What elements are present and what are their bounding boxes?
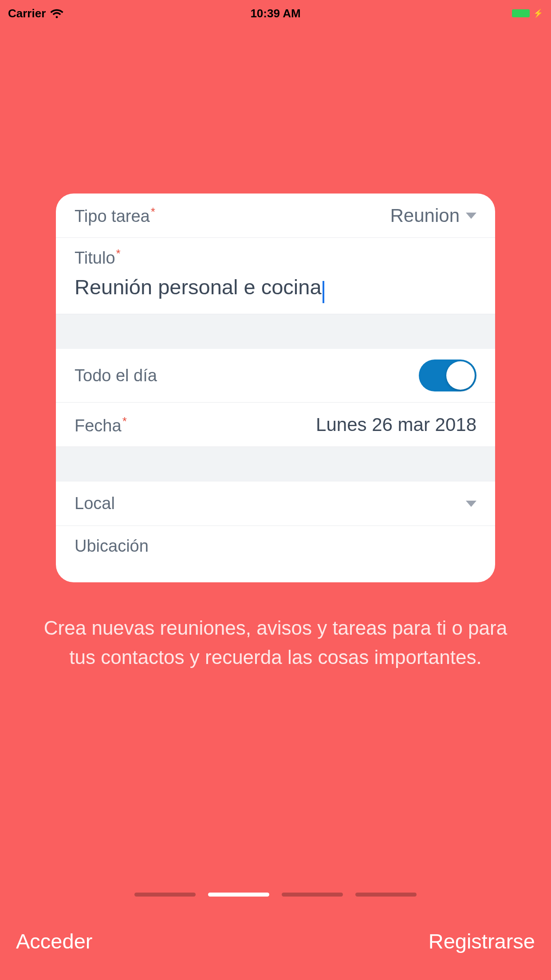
task-type-label: Tipo tarea* <box>75 205 155 226</box>
location-row[interactable]: Ubicación <box>56 526 495 582</box>
status-right: ⚡ <box>511 8 543 18</box>
battery-icon <box>511 8 531 18</box>
title-label: Titulo* <box>75 247 476 268</box>
task-type-value: Reunion <box>390 205 476 226</box>
bottom-bar: Acceder Registrarse <box>0 929 551 953</box>
location-label: Ubicación <box>75 537 149 556</box>
date-row[interactable]: Fecha* Lunes 26 mar 2018 <box>56 403 495 447</box>
all-day-toggle[interactable] <box>419 360 476 391</box>
register-button[interactable]: Registrarse <box>429 929 535 953</box>
page-dot-1[interactable] <box>134 893 196 897</box>
local-label: Local <box>75 494 115 513</box>
page-dot-3[interactable] <box>282 893 343 897</box>
charging-icon: ⚡ <box>533 8 543 18</box>
local-row[interactable]: Local <box>56 482 495 526</box>
task-type-row[interactable]: Tipo tarea* Reunion <box>56 194 495 238</box>
text-cursor <box>323 281 324 303</box>
all-day-label: Todo el día <box>75 366 157 385</box>
title-input-wrapper[interactable]: Reunión personal e cocina <box>75 275 476 304</box>
chevron-down-icon <box>466 213 476 219</box>
date-label: Fecha* <box>75 415 127 435</box>
page-description: Crea nuevas reuniones, avisos y tareas p… <box>0 613 551 672</box>
title-input[interactable]: Reunión personal e cocina <box>75 275 322 299</box>
page-dot-2[interactable] <box>208 893 269 897</box>
title-section: Titulo* Reunión personal e cocina <box>56 238 495 314</box>
task-card: Tipo tarea* Reunion Titulo* Reunión pers… <box>56 194 495 582</box>
login-button[interactable]: Acceder <box>16 929 92 953</box>
chevron-down-icon <box>466 501 476 507</box>
status-left: Carrier <box>8 7 63 20</box>
page-indicators <box>134 893 417 897</box>
status-time: 10:39 AM <box>250 7 300 20</box>
status-bar: Carrier 10:39 AM ⚡ <box>0 0 551 27</box>
carrier-label: Carrier <box>8 7 46 20</box>
section-spacer-2 <box>56 447 495 482</box>
all-day-row: Todo el día <box>56 349 495 403</box>
wifi-icon <box>50 8 63 18</box>
date-value: Lunes 26 mar 2018 <box>316 414 476 435</box>
page-dot-4[interactable] <box>355 893 417 897</box>
section-spacer <box>56 314 495 349</box>
toggle-knob <box>446 361 475 390</box>
